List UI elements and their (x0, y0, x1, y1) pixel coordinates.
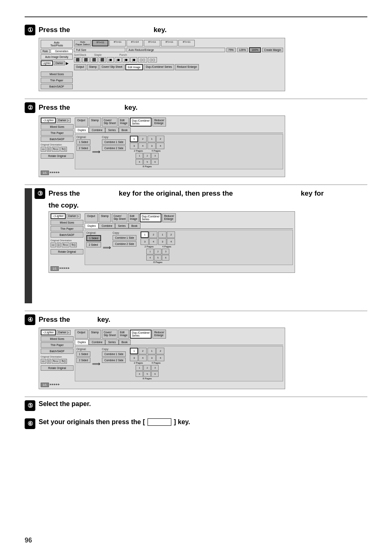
combine-subtab-4[interactable]: Combine (89, 339, 105, 345)
one-sided-btn-4[interactable]: 1 Sided (76, 351, 90, 357)
combine-1side-btn[interactable]: Combine 1 Side (102, 139, 126, 145)
darker-btn-2[interactable]: Darker ▷ (57, 118, 71, 123)
full-size-btn[interactable]: Full Size (74, 48, 125, 52)
paper-size-5-btn[interactable]: 8½×11 (161, 40, 178, 46)
combine-subtab[interactable]: Combine (89, 127, 105, 133)
ori-1[interactable]: ▭ (41, 147, 46, 152)
thin-paper-2[interactable]: Thin Paper (41, 130, 74, 136)
ori-3-1[interactable]: ▭ (51, 242, 56, 247)
sort-icon-10[interactable]: ◻◻ (148, 57, 157, 62)
reduce-enlarge-tab[interactable]: Reduce/ Enlarge (175, 64, 199, 70)
cover-slip-tab-3[interactable]: Cover/Slip Sheet (112, 213, 127, 222)
sort-icon-1[interactable]: ⬛ (74, 57, 81, 62)
sort-icon-3[interactable]: ⬛ (90, 57, 98, 62)
thin-paper-btn[interactable]: Thin Paper (41, 78, 73, 83)
combine-1side-btn-3[interactable]: Combine 1 Side (113, 235, 136, 240)
page-8-4[interactable]: 4 (156, 355, 164, 361)
thin-paper-4[interactable]: Thin Paper (41, 342, 74, 348)
output-tab-4[interactable]: Output (75, 330, 88, 339)
paper-size-6-btn[interactable]: 8½×11 (178, 40, 195, 46)
page-2-btn[interactable]: 2 (138, 136, 147, 142)
paper-size-2-btn[interactable]: 8½×11 (109, 40, 126, 46)
output-tab-2[interactable]: Output (75, 118, 88, 127)
combine-1side-btn-4[interactable]: Combine 1 Side (102, 351, 126, 357)
paper-size-3-btn[interactable]: 8½×14 (127, 40, 143, 46)
darker-btn-3[interactable]: Darker ▷ (67, 214, 81, 219)
page-8-3[interactable]: 4 (167, 238, 175, 245)
duplex-subtab-4[interactable]: Duplex (75, 339, 89, 345)
page-13-4[interactable]: 5 (143, 371, 151, 377)
ori-3-2[interactable]: ▯ (57, 242, 61, 247)
page-1-4[interactable]: 1 (130, 348, 138, 354)
one-sided-btn-3[interactable]: 1 Sided (86, 235, 101, 241)
lighter-btn-3[interactable]: ◁ Lighter (51, 213, 66, 219)
combine-2side-btn[interactable]: Combine 2 Side (102, 145, 126, 151)
page-2-3[interactable]: 2 (149, 231, 157, 238)
page-13-3[interactable]: 5 (154, 255, 161, 261)
dup-combine-tab-2[interactable]: Dup./Combine/Series (130, 118, 152, 127)
page-7-3[interactable]: 3 (158, 238, 166, 245)
darker-btn[interactable]: Darker (54, 61, 65, 65)
two-sided-btn[interactable]: 2 Sided (76, 145, 90, 151)
mixed-sizes-2[interactable]: Mixed Sizes (41, 124, 74, 129)
edit-image-tab-2[interactable]: EditImage (118, 118, 129, 127)
ori-2[interactable]: ▯ (47, 147, 51, 152)
stamp-tab-4[interactable]: Stamp (89, 330, 101, 339)
two-sided-btn-3[interactable]: 2 Sided (86, 242, 101, 247)
duplex-subtab[interactable]: Duplex (75, 127, 89, 133)
rotate-original-btn[interactable]: Rotate Original (41, 153, 74, 159)
page-12-btn[interactable]: 4 (136, 159, 143, 165)
ratio-129-btn[interactable]: 129% (237, 48, 248, 52)
combine-subtab-3[interactable]: Combine (99, 223, 115, 229)
sort-icon-9[interactable]: ◻◻ (138, 57, 147, 62)
page-14-3[interactable]: 6 (162, 255, 169, 261)
paper-size-4-btn[interactable]: 8½×11 (144, 40, 160, 46)
mixed-sizes-btn[interactable]: Mixed Sizes (41, 72, 73, 77)
page-6-3[interactable]: 2 (167, 231, 175, 238)
reduce-enlarge-tab-2[interactable]: Reduce/Enlarge (152, 118, 166, 127)
auto-paper-select-btn[interactable]: AutoPaper Select (74, 40, 91, 46)
cover-slip-tab[interactable]: Cover/ Slip Sheet (99, 64, 125, 70)
output-tab-3[interactable]: Output (85, 213, 98, 222)
two-sided-btn-4[interactable]: 2 Sided (76, 358, 90, 363)
batch-sadf-2[interactable]: Batch/SADF (41, 136, 74, 142)
ori-3-3[interactable]: ↻▭ (62, 242, 69, 247)
page-1-btn[interactable]: 1 (130, 136, 138, 142)
page-3-btn[interactable]: 3 (130, 143, 138, 149)
page-11-4[interactable]: 3 (151, 365, 159, 371)
stamp-tab-2[interactable]: Stamp (89, 118, 101, 127)
stamp-tab[interactable]: Stamp (87, 64, 99, 70)
mixed-sizes-3[interactable]: Mixed Sizes (51, 220, 83, 225)
sort-icon-2[interactable]: ⬛ (82, 57, 90, 62)
page-10-4[interactable]: 2 (143, 365, 151, 371)
book-subtab-3[interactable]: Book (129, 223, 141, 229)
auto-reduce-btn[interactable]: Auto Reduce/Enlarge (127, 48, 225, 52)
page-6-4[interactable]: 2 (156, 348, 164, 354)
batch-sadf-4[interactable]: Batch/SADF (41, 349, 74, 354)
page-4-3[interactable]: 4 (149, 238, 157, 245)
batch-sadf-3[interactable]: Batch/SADF (51, 232, 83, 238)
ratio-100-btn[interactable]: 100% (249, 47, 261, 53)
page-10-3[interactable]: 2 (154, 249, 161, 254)
ori-3[interactable]: ↻▭ (52, 147, 60, 152)
reduce-enlarge-tab-3[interactable]: Reduce/Enlarge (162, 213, 175, 222)
dup-combine-tab-4[interactable]: Dup./Combine/Series (130, 330, 152, 339)
page-12-3[interactable]: 4 (146, 255, 154, 261)
book-subtab-4[interactable]: Book (119, 339, 131, 345)
combine-2side-btn-3[interactable]: Combine 2 Side (113, 241, 136, 247)
page-12-4[interactable]: 4 (136, 371, 143, 377)
duplex-subtab-3[interactable]: Duplex (85, 223, 99, 229)
lighter-btn[interactable]: Lighter (41, 60, 53, 66)
sort-icon-6[interactable]: |◼ (115, 57, 122, 62)
ori-4-2[interactable]: ▯ (47, 359, 51, 364)
edit-image-tab[interactable]: Edit Image (125, 64, 143, 70)
mixed-sizes-4[interactable]: Mixed Sizes (41, 336, 74, 342)
sort-icon-7[interactable]: |◼ (122, 57, 129, 62)
page-4-4[interactable]: 4 (138, 355, 147, 361)
page-2-4[interactable]: 2 (138, 348, 147, 354)
stamp-tab-3[interactable]: Stamp (99, 213, 111, 222)
page-5-btn[interactable]: 1 (148, 136, 156, 142)
book-subtab[interactable]: Book (119, 127, 131, 133)
cover-slip-tab-2[interactable]: Cover/Slip Sheet (102, 118, 118, 127)
edit-image-tab-3[interactable]: EditImage (128, 213, 139, 222)
